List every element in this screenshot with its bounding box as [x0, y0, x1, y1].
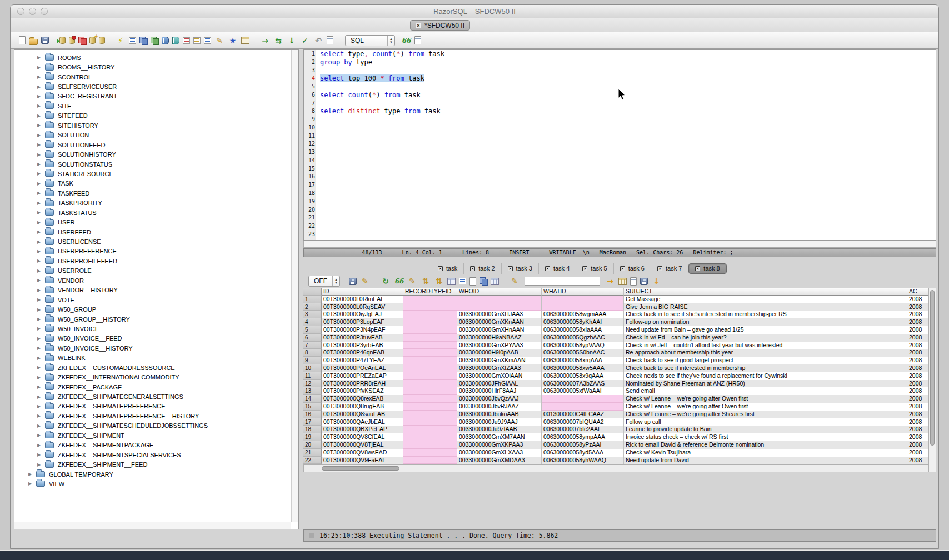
editor-line-13[interactable]: 13 [304, 148, 936, 157]
status-stop-icon[interactable] [309, 533, 314, 538]
table-row[interactable]: 300T3000000OiyJgEAJ0033000000GmXHJAA3006… [303, 311, 928, 318]
table-cell[interactable]: 2008 [907, 449, 928, 457]
table-cell[interactable]: Need update from Bain – gave go ahead 1/… [624, 326, 907, 334]
editor-line-21[interactable]: 21 [304, 214, 936, 222]
disclosure-triangle-icon[interactable]: ▶ [37, 152, 45, 157]
row-number[interactable]: 13 [303, 387, 322, 395]
disclosure-triangle-icon[interactable]: ▶ [37, 133, 45, 138]
table-cell[interactable]: 0033000000GmXIZAA3 [457, 364, 542, 372]
row-number[interactable]: 2 [303, 303, 322, 311]
table-row[interactable]: 1300T3000000PfvKSEAZ0033000000HirF8AAJ00… [303, 387, 928, 395]
copy-connection-icon[interactable] [78, 37, 86, 44]
sidebar-item-zkfedex-shipmategeneralsettings[interactable]: ▶ZKFEDEX__SHIPMATEGENERALSETTINGS [14, 392, 298, 401]
table-row[interactable]: 200T3000000L0RqSEAVGive Jenn a BIG RAISE… [303, 303, 928, 311]
table-cell[interactable]: 00T3000000PRR8rEAH [322, 380, 403, 388]
table-cell[interactable]: 2008 [907, 303, 928, 311]
table-cell[interactable]: 0033000000JbukoAAB [457, 411, 542, 418]
results-tab-task-4[interactable]: ×task 4 [539, 263, 576, 274]
null-cell[interactable] [403, 426, 457, 433]
row-number[interactable]: 22 [303, 457, 322, 464]
null-cell[interactable] [403, 433, 457, 441]
table-cell[interactable]: 00T3000000P46qnEAB [322, 349, 403, 357]
table-cell[interactable]: 006300000058yKhAAI [542, 318, 624, 326]
sidebar-item-zkfedex-shipmentpackage[interactable]: ▶ZKFEDEX__SHIPMENTPACKAGE [14, 441, 298, 450]
close-window-icon[interactable] [17, 8, 24, 15]
search-next-icon[interactable]: → [605, 276, 615, 286]
table-cell[interactable]: 00T3000000PfvKSEAZ [322, 387, 403, 395]
scrollbar-thumb[interactable] [322, 466, 399, 471]
table-cell[interactable]: 2008 [907, 311, 928, 318]
editor-line-1[interactable]: 1select type, count(*) from task [304, 50, 936, 58]
disclosure-triangle-icon[interactable]: ▶ [37, 278, 45, 283]
close-tab-icon[interactable]: × [508, 266, 513, 271]
sidebar-item-userprofilefeed[interactable]: ▶USERPROFILEFEED [14, 256, 298, 266]
disclosure-triangle-icon[interactable]: ▶ [37, 171, 45, 176]
sidebar-item-zkfedex-shipment[interactable]: ▶ZKFEDEX__SHIPMENT [14, 431, 298, 440]
execute-sql-icon[interactable]: ⚡ [116, 36, 126, 46]
edit-table-data-icon[interactable] [162, 37, 169, 44]
table-cell[interactable]: 00630000005S0bnAAC [542, 349, 624, 357]
table-cell[interactable]: Re-approach about membership this year [624, 349, 907, 357]
table-cell[interactable]: Check w/ Leanne – we're going after Owen… [624, 403, 907, 411]
table-cell[interactable]: 0033000000GmXOiAAN [457, 372, 542, 380]
null-cell[interactable] [403, 296, 457, 303]
disclosure-triangle-icon[interactable]: ▶ [37, 210, 45, 215]
table-cell[interactable]: 00T3000000P3LopEAF [322, 318, 403, 326]
table-cell[interactable]: 0033000000GmXHJAA3 [457, 311, 542, 318]
table-cell[interactable]: 0033000000HirF8AAJ [457, 387, 542, 395]
sidebar-item-weblink[interactable]: ▶WEBLINK [14, 353, 298, 363]
sidebar-item-vote[interactable]: ▶VOTE [14, 295, 298, 304]
table-cell[interactable]: 00T3000000OiyJgEAJ [322, 311, 403, 318]
disclosure-triangle-icon[interactable]: ▶ [37, 191, 45, 196]
null-cell[interactable] [457, 303, 542, 311]
null-cell[interactable] [457, 296, 542, 303]
null-cell[interactable] [403, 395, 457, 403]
sidebar-item-user[interactable]: ▶USER [14, 217, 298, 227]
disclosure-triangle-icon[interactable]: ▶ [37, 84, 45, 89]
table-cell[interactable]: 0033000000JFhGlAAL [457, 380, 542, 388]
sort-results-icon[interactable] [193, 37, 201, 44]
editor-line-18[interactable]: 18 [304, 189, 936, 198]
editor-line-10[interactable]: 10 [304, 124, 936, 132]
table-cell[interactable]: 0033000000GmXKmAAN [457, 357, 542, 364]
results-tab-task[interactable]: ×task [432, 263, 464, 274]
table-cell[interactable]: 0033000000GmXPYAA3 [457, 342, 542, 349]
row-number[interactable]: 8 [303, 349, 322, 357]
row-number[interactable]: 11 [303, 372, 322, 380]
table-cell[interactable]: Check back to see if good target prospec… [624, 357, 907, 364]
sidebar-item-zkfedex-shipmentspecialservices[interactable]: ▶ZKFEDEX__SHIPMENTSPECIALSERVICES [14, 450, 298, 459]
disclosure-triangle-icon[interactable]: ▶ [37, 74, 45, 79]
table-cell[interactable]: 00T3000000QV8TjEAL [322, 441, 403, 449]
zoom-window-icon[interactable] [41, 8, 48, 15]
null-cell[interactable] [403, 372, 457, 380]
table-cell[interactable]: 0033000000GmXKnAAN [457, 318, 542, 326]
table-cell[interactable]: 0033000000Ju9J9AAJ [457, 418, 542, 426]
null-cell[interactable] [403, 380, 457, 388]
editor-line-19[interactable]: 19 [304, 198, 936, 206]
table-row[interactable]: 1200T3000000PRR8rEAH0033000000JFhGlAAL00… [303, 380, 928, 388]
highlight-icon[interactable]: ✎ [510, 276, 520, 286]
table-cell[interactable]: 2008 [907, 326, 928, 334]
sidebar-item-userfeed[interactable]: ▶USERFEED [14, 227, 298, 237]
table-cell[interactable]: 2008 [907, 411, 928, 418]
table-cell[interactable]: 0033000000GmXMDAA3 [457, 457, 542, 464]
comment-icon[interactable]: 66 [401, 36, 411, 46]
describe-table-icon[interactable] [129, 37, 136, 44]
close-tab-icon[interactable]: × [438, 266, 443, 271]
format-sql-icon[interactable] [204, 37, 211, 44]
table-row[interactable]: 2100T3000000QV8wsEAD0033000000GmXLXAA300… [303, 449, 928, 457]
table-cell[interactable]: Check back to see if interested in membe… [624, 364, 907, 372]
row-number[interactable]: 17 [303, 418, 322, 426]
table-cell[interactable]: 00T3000000QV9FaEAL [322, 457, 403, 464]
sidebar-item-solutionhistory[interactable]: ▶SOLUTIONHISTORY [14, 149, 298, 159]
record-view-icon[interactable] [469, 277, 476, 286]
table-cell[interactable]: 00T3000000L0RqSEAV [322, 303, 403, 311]
table-row[interactable]: 1700T3000000QAeJbEAL0033000000Ju9J9AAJ00… [303, 418, 928, 426]
table-cell[interactable]: 2008 [907, 349, 928, 357]
sidebar-item-sfdc-registrant[interactable]: ▶SFDC_REGISTRANT [14, 92, 298, 101]
save-results-icon[interactable] [349, 278, 357, 285]
disclosure-triangle-icon[interactable]: ▶ [37, 413, 45, 418]
table-row[interactable]: 700T3000000P3yrbEAB0033000000GmXPYAA3006… [303, 342, 928, 349]
table-cell[interactable]: Give Jenn a BIG RAISE [624, 303, 907, 311]
results-tab-task-2[interactable]: ×task 2 [464, 263, 501, 274]
